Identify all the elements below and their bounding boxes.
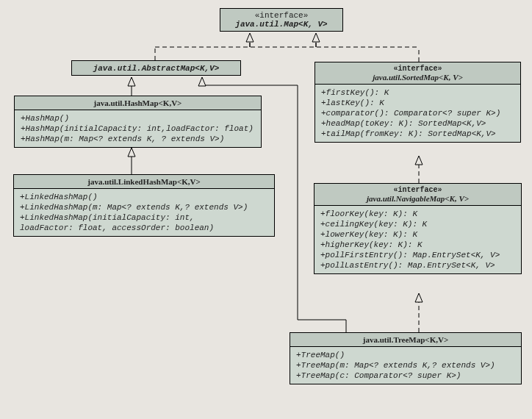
method: +floorKey(key: K): K (320, 209, 515, 219)
method: loadFactor: float, accessOrder: boolean) (20, 223, 268, 233)
method: +lastKey(): K (321, 98, 514, 108)
method: +higherKey(key: K): K (320, 240, 515, 250)
method: +HashMap() (21, 113, 255, 123)
method: +HashMap(m: Map<? extends K, ? extends V… (21, 134, 255, 144)
class-navigablemap: «interface» java.util.NavigableMap<K, V>… (314, 183, 522, 274)
method: +ceilingKey(key: K): K (320, 219, 515, 229)
class-title: java.util.LinkedHashMap<K,V> (87, 177, 200, 186)
method: +comparator(): Comparator<? super K>) (321, 108, 514, 118)
method: +TreeMap() (296, 350, 515, 360)
method: +headMap(toKey: K): SortedMap<K,V> (321, 118, 514, 129)
method: +TreeMap(m: Map<? extends K,? extends V>… (296, 360, 515, 370)
stereotype: «interface» (320, 65, 516, 73)
class-title: java.util.TreeMap<K,V> (363, 335, 448, 344)
class-title: java.util.HashMap<K,V> (94, 99, 182, 107)
method: +firstKey(): K (321, 87, 514, 98)
method: +pollFirstEntry(): Map.EntrySet<K, V> (320, 250, 515, 260)
class-title: java.util.Map<K, V> (225, 20, 338, 29)
class-treemap: java.util.TreeMap<K,V> +TreeMap() +TreeM… (290, 332, 522, 384)
method: +LinkedHashMap(initialCapacity: int, (20, 212, 268, 223)
stereotype: «interface» (225, 11, 338, 20)
class-title: java.util.SortedMap<K, V> (320, 73, 516, 82)
method: +TreeMap(c: Comparator<? super K>) (296, 370, 515, 381)
class-linkedhashmap: java.util.LinkedHashMap<K,V> +LinkedHash… (13, 174, 275, 237)
class-hashmap: java.util.HashMap<K,V> +HashMap() +HashM… (14, 96, 262, 148)
method: +lowerKey(key: K): K (320, 229, 515, 240)
method: +HashMap(initialCapacity: int,loadFactor… (21, 123, 255, 134)
method: +LinkedHashMap() (20, 192, 268, 202)
method: +pollLastEntry(): Map.EntrySet<K, V> (320, 260, 515, 271)
method: +LinkedHashMap(m: Map<? extends K,? exte… (20, 202, 268, 212)
class-abstract-map: java.util.AbstractMap<K,V> (71, 60, 241, 76)
method: +tailMap(fromKey: K): SortedMap<K,V> (321, 129, 514, 139)
stereotype: «interface» (319, 186, 517, 194)
class-title: java.util.AbstractMap<K,V> (93, 64, 220, 73)
class-map: «interface» java.util.Map<K, V> (220, 8, 343, 32)
class-title: java.util.NavigableMap<K, V> (319, 194, 517, 203)
class-sortedmap: «interface» java.util.SortedMap<K, V> +f… (314, 62, 521, 143)
